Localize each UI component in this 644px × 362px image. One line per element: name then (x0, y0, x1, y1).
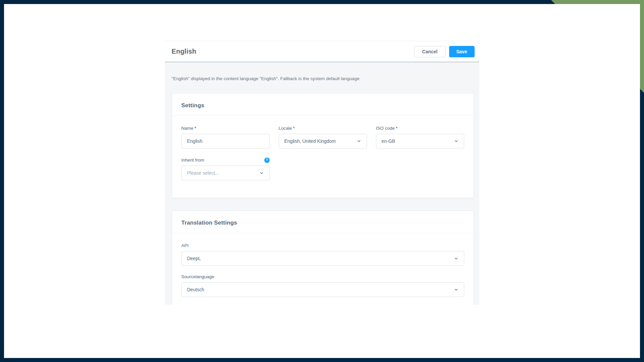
iso-code-select[interactable]: en-GB (376, 134, 464, 148)
app-window: English Cancel Save "English" displayed … (4, 4, 640, 358)
name-input[interactable] (187, 138, 264, 144)
required-asterisk: * (195, 126, 196, 131)
name-field-label: Name* (181, 126, 196, 131)
translation-card-header: Translation Settings (172, 211, 474, 233)
iso-code-field-label: ISO code* (376, 126, 398, 131)
settings-card-title: Settings (181, 102, 464, 109)
smart-bar: English Cancel Save (165, 41, 479, 62)
api-select-value: DeepL (187, 256, 201, 261)
name-input-wrapper (181, 134, 270, 148)
chevron-down-icon (454, 139, 459, 143)
cancel-button[interactable]: Cancel (414, 46, 446, 57)
iso-code-field-label-text: ISO code (376, 126, 395, 131)
source-language-select-value: Deutsch (187, 287, 204, 292)
settings-card-header: Settings (172, 94, 474, 116)
inherit-from-field-group: Inherit from ? Please select... (181, 157, 270, 180)
locale-field-label-text: Locale (279, 126, 292, 131)
page-description: "English" displayed in the content langu… (172, 62, 473, 81)
translation-card-title: Translation Settings (181, 220, 464, 226)
name-field-label-text: Name (181, 126, 194, 131)
iso-code-select-value: en-GB (382, 138, 395, 144)
translation-settings-card: Translation Settings API DeepL (172, 210, 474, 305)
inherit-from-field-label: Inherit from (181, 158, 204, 163)
chevron-down-icon (357, 139, 361, 143)
source-language-field-group: Sourcelanguage Deutsch (181, 274, 464, 297)
source-language-select[interactable]: Deutsch (181, 282, 464, 297)
content-area: "English" displayed in the content langu… (165, 62, 479, 305)
chevron-down-icon (454, 287, 459, 292)
settings-card-body: Name* Locale* English, United King (172, 116, 474, 198)
chevron-down-icon (454, 256, 459, 261)
page-title: English (172, 48, 197, 55)
save-button[interactable]: Save (449, 46, 475, 57)
translation-card-body: API DeepL Sourcelanguage (172, 233, 474, 305)
locale-select[interactable]: English, United Kingdom (279, 134, 367, 148)
locale-select-value: English, United Kingdom (284, 138, 336, 144)
iso-code-field-group: ISO code* en-GB (376, 125, 464, 148)
help-icon[interactable]: ? (264, 158, 270, 163)
chevron-down-icon (259, 171, 264, 175)
required-asterisk: * (293, 126, 294, 131)
api-select[interactable]: DeepL (181, 251, 464, 266)
inherit-from-select-placeholder: Please select... (187, 170, 219, 176)
settings-card: Settings Name* (172, 93, 474, 198)
api-field-label: API (181, 243, 189, 248)
name-field-group: Name* (181, 125, 270, 148)
required-asterisk: * (396, 126, 397, 131)
locale-field-group: Locale* English, United Kingdom (279, 125, 367, 148)
smart-bar-actions: Cancel Save (414, 46, 475, 57)
api-field-group: API DeepL (181, 243, 464, 266)
inherit-from-select[interactable]: Please select... (181, 166, 270, 180)
locale-field-label: Locale* (279, 126, 295, 131)
language-detail-page: English Cancel Save "English" displayed … (165, 4, 479, 305)
source-language-field-label: Sourcelanguage (181, 274, 214, 279)
